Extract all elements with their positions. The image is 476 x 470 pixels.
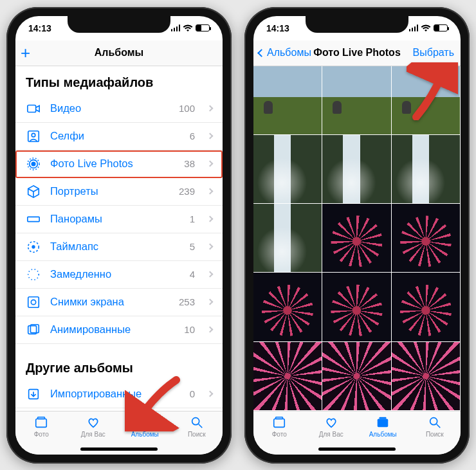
nav-title: Альбомы xyxy=(22,47,216,59)
list-row-screenshot[interactable]: Снимки экрана253 xyxy=(15,289,223,316)
chevron-right-icon xyxy=(207,327,214,333)
tab-label: Альбомы xyxy=(131,431,159,438)
svg-point-8 xyxy=(32,246,35,248)
tab-фото[interactable]: Фото xyxy=(15,415,68,438)
svg-rect-16 xyxy=(38,417,45,419)
photo-thumbnail[interactable] xyxy=(392,66,461,135)
svg-rect-20 xyxy=(274,419,285,427)
list-row-timelapse[interactable]: Таймлапс5 xyxy=(15,233,223,261)
slowmo-icon xyxy=(26,267,41,282)
photo-thumbnail[interactable] xyxy=(392,273,461,341)
row-label: Таймлапс xyxy=(50,240,181,253)
chevron-right-icon xyxy=(207,391,214,397)
list-row-slowmo[interactable]: Замедленно4 xyxy=(15,261,223,289)
tab-поиск[interactable]: Поиск xyxy=(171,415,223,438)
list-row-selfie[interactable]: Селфи6 xyxy=(15,123,223,150)
photo-thumbnail[interactable] xyxy=(253,135,322,204)
svg-rect-21 xyxy=(276,417,283,419)
svg-rect-23 xyxy=(380,417,387,419)
photo-thumbnail[interactable] xyxy=(322,342,391,411)
chevron-right-icon xyxy=(207,188,214,195)
row-label: Панорамы xyxy=(50,213,181,225)
chevron-right-icon xyxy=(207,105,214,112)
photo-grid xyxy=(253,66,461,411)
row-count: 6 xyxy=(190,131,195,141)
list-row-cube[interactable]: Портреты239 xyxy=(15,178,223,206)
tab-для вас[interactable]: Для Вас xyxy=(306,415,358,438)
svg-point-9 xyxy=(28,269,39,280)
tab-для вас[interactable]: Для Вас xyxy=(68,415,120,438)
back-label: Альбомы xyxy=(267,47,311,59)
selfie-icon xyxy=(26,129,41,143)
nav-bar: + Альбомы xyxy=(15,41,223,66)
row-count: 5 xyxy=(190,241,195,252)
albums-tab-icon xyxy=(376,415,390,429)
photo-thumbnail[interactable] xyxy=(253,342,322,411)
photo-grid-scroll[interactable] xyxy=(253,66,461,411)
row-label: Замедленно xyxy=(50,268,181,280)
screenshot-icon xyxy=(26,295,41,309)
list-row-import[interactable]: Импортированные0 xyxy=(15,381,223,408)
photo-thumbnail[interactable] xyxy=(392,342,461,411)
tab-поиск[interactable]: Поиск xyxy=(409,415,461,438)
chevron-right-icon xyxy=(207,133,214,140)
photo-thumbnail[interactable] xyxy=(322,273,391,341)
photo-thumbnail[interactable] xyxy=(253,66,322,135)
select-button[interactable]: Выбрать xyxy=(413,47,454,59)
svg-rect-6 xyxy=(28,217,39,221)
svg-point-2 xyxy=(32,133,35,137)
svg-rect-10 xyxy=(28,296,39,307)
list-row-panorama[interactable]: Панорамы1 xyxy=(15,206,223,233)
row-count: 253 xyxy=(179,296,195,307)
screen: 14:13 + Альбомы Типы медиафайлов Видео10… xyxy=(15,16,223,455)
add-button[interactable]: + xyxy=(21,44,30,61)
row-label: Селфи xyxy=(50,130,181,142)
status-time: 14:13 xyxy=(266,23,289,33)
svg-point-24 xyxy=(430,417,437,424)
status-indicators xyxy=(409,24,448,32)
list-row-animated[interactable]: Анимированные10 xyxy=(15,316,223,344)
home-indicator[interactable] xyxy=(80,447,158,451)
tab-фото[interactable]: Фото xyxy=(253,415,306,438)
photo-thumbnail[interactable] xyxy=(322,66,391,135)
video-icon xyxy=(26,102,41,116)
chevron-right-icon xyxy=(207,271,214,278)
livephoto-icon xyxy=(26,157,41,171)
section-media-types-title: Типы медиафайлов xyxy=(15,66,223,95)
tab-альбомы[interactable]: Альбомы xyxy=(357,415,409,438)
tab-bar: ФотоДля ВасАльбомыПоиск xyxy=(15,411,223,455)
photo-thumbnail[interactable] xyxy=(322,135,391,204)
row-count: 4 xyxy=(190,269,195,280)
row-label: Импортированные xyxy=(50,388,181,400)
cellular-icon xyxy=(171,24,181,32)
tab-label: Поиск xyxy=(188,431,206,438)
section-other-title: Другие альбомы xyxy=(15,344,223,381)
list-row-video[interactable]: Видео100 xyxy=(15,95,223,123)
other-albums-list: Импортированные0Скрытые0Недавно удаленны… xyxy=(15,381,223,411)
status-indicators xyxy=(171,24,210,32)
tab-bar: ФотоДля ВасАльбомыПоиск xyxy=(253,411,461,455)
svg-rect-22 xyxy=(378,419,389,427)
row-count: 239 xyxy=(179,186,195,197)
back-button[interactable]: Альбомы xyxy=(259,47,311,59)
photo-thumbnail[interactable] xyxy=(392,204,461,273)
photos-tab-icon xyxy=(34,415,48,429)
home-indicator[interactable] xyxy=(318,447,396,451)
foryou-tab-icon xyxy=(324,415,338,429)
battery-icon xyxy=(434,24,448,32)
nav-bar: Альбомы Фото Live Photos Выбрать xyxy=(253,41,461,66)
list-row-livephoto[interactable]: Фото Live Photos38 xyxy=(15,150,223,178)
tab-альбомы[interactable]: Альбомы xyxy=(119,415,171,438)
row-count: 38 xyxy=(184,158,195,169)
notch xyxy=(306,16,408,33)
svg-rect-17 xyxy=(140,419,151,427)
photo-thumbnail[interactable] xyxy=(253,204,322,273)
svg-rect-1 xyxy=(28,131,39,141)
content-area[interactable]: Типы медиафайлов Видео100Селфи6Фото Live… xyxy=(15,66,223,411)
tab-label: Фото xyxy=(272,431,287,438)
svg-point-19 xyxy=(192,417,199,424)
svg-rect-15 xyxy=(36,419,47,427)
photo-thumbnail[interactable] xyxy=(392,135,461,204)
photo-thumbnail[interactable] xyxy=(253,273,322,341)
photo-thumbnail[interactable] xyxy=(322,204,391,273)
